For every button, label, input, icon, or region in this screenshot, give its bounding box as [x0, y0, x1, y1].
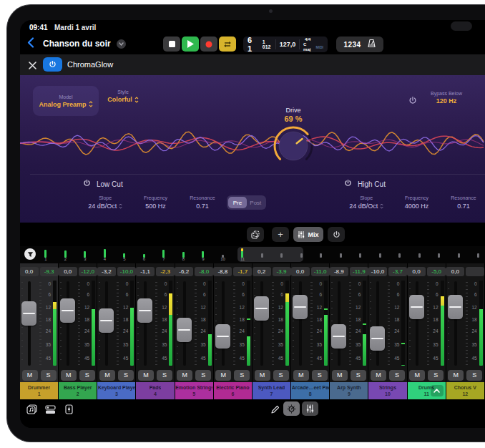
play-button[interactable] — [182, 36, 199, 52]
track-name-block[interactable]: Arcade…eet Pad8 — [291, 382, 329, 399]
post-button[interactable]: Post — [247, 197, 265, 208]
solo-button[interactable]: S — [79, 370, 95, 381]
style-selector[interactable]: Style Colorful — [96, 89, 150, 103]
solo-button[interactable]: S — [428, 370, 444, 381]
plugin-power-button[interactable] — [43, 57, 62, 72]
volume-value[interactable]: 0,0 — [59, 267, 77, 276]
fader-handle[interactable] — [448, 295, 463, 319]
fader-view-button[interactable] — [302, 401, 318, 416]
stop-button[interactable] — [163, 36, 180, 52]
mute-button[interactable]: M — [255, 370, 270, 381]
low-cut-resonance[interactable]: Resonance 0.71 — [181, 195, 225, 210]
fader-handle[interactable] — [60, 298, 75, 323]
track-name-block[interactable]: Pads4 — [136, 382, 174, 399]
mute-button[interactable]: M — [61, 370, 77, 381]
cycle-button[interactable] — [219, 36, 236, 52]
mute-button[interactable]: M — [215, 370, 231, 381]
fader-handle[interactable] — [331, 324, 346, 349]
volume-value[interactable]: -8,9 — [330, 267, 348, 276]
mute-button[interactable]: M — [332, 370, 348, 381]
filter-icon[interactable] — [24, 248, 36, 260]
mute-button[interactable]: M — [138, 370, 154, 381]
mix-view-button[interactable]: Mix — [293, 227, 323, 242]
mixer-power-icon[interactable] — [328, 227, 345, 242]
close-plugin-icon[interactable] — [29, 59, 36, 72]
solo-button[interactable]: S — [234, 370, 250, 381]
volume-value[interactable]: -3,2 — [97, 267, 116, 276]
mute-button[interactable]: M — [448, 370, 464, 381]
low-cut-power-icon[interactable] — [83, 177, 91, 190]
low-cut-frequency[interactable]: Frequency 500 Hz — [130, 195, 180, 210]
solo-button[interactable]: S — [466, 370, 482, 381]
channel-strip-icon[interactable] — [63, 404, 74, 415]
loop-browser-icon[interactable] — [26, 404, 37, 415]
fader-handle[interactable] — [254, 296, 269, 321]
track-name-block[interactable]: Arp Synth9 — [330, 382, 368, 399]
track-name-block[interactable]: Drummer1 — [20, 382, 58, 399]
track-name-block[interactable]: Synth Lead7 — [253, 382, 290, 399]
track-name-block[interactable]: Emotion Strings5 — [175, 382, 213, 399]
collapse-stack-button[interactable] — [431, 385, 444, 396]
fader-handle[interactable] — [137, 298, 152, 323]
drive-knob[interactable] — [270, 123, 316, 169]
fader-handle[interactable] — [370, 326, 385, 351]
volume-value[interactable]: 0,0 — [446, 267, 464, 276]
track-name-block[interactable]: Bass Player2 — [59, 382, 97, 399]
pre-button[interactable]: Pre — [228, 197, 246, 208]
track-name-block[interactable]: Strings10 — [368, 382, 406, 399]
volume-value[interactable]: 0,2 — [253, 267, 271, 276]
record-button[interactable] — [200, 36, 217, 52]
fader-handle[interactable] — [215, 324, 230, 349]
solo-button[interactable]: S — [389, 370, 405, 381]
mute-button[interactable]: M — [409, 370, 425, 381]
solo-button[interactable]: S — [41, 370, 57, 381]
track-overview-strip[interactable]: 1234567891011 — [20, 246, 485, 263]
high-cut-frequency[interactable]: Frequency 4000 Hz — [391, 195, 441, 210]
song-menu-chevron-icon[interactable] — [117, 39, 126, 49]
track-name-block[interactable]: Electric Piano6 — [214, 382, 252, 399]
track-stack-icon[interactable] — [44, 404, 56, 415]
track-name-block[interactable]: Chorus V12 — [446, 382, 484, 399]
add-track-button[interactable]: + — [272, 227, 289, 242]
high-cut-resonance[interactable]: Resonance 0.71 — [442, 195, 485, 210]
fader-handle[interactable] — [409, 295, 424, 319]
volume-value[interactable]: 0,0 — [20, 267, 39, 276]
mute-button[interactable]: M — [293, 370, 309, 381]
fader-handle[interactable] — [293, 295, 308, 319]
knob-view-button[interactable] — [283, 401, 300, 416]
level-control[interactable]: Level 0.0 — [475, 91, 485, 104]
volume-value[interactable]: -1,1 — [136, 267, 155, 276]
high-cut-power-icon[interactable] — [344, 177, 352, 190]
metronome-icon[interactable] — [367, 38, 376, 51]
low-cut-slope[interactable]: Slope 24 dB/Oct — [80, 195, 130, 210]
song-title[interactable]: Chanson du soir — [43, 39, 111, 49]
track-name-block[interactable]: Keyboard Player3 — [97, 382, 135, 399]
bypass-below-control[interactable]: Bypass Below 120 Hz — [419, 91, 474, 104]
volume-value[interactable]: -10,0 — [368, 267, 387, 276]
volume-value[interactable]: 0,0 — [407, 267, 426, 276]
model-selector[interactable]: Model Analog Preamp — [33, 86, 99, 116]
solo-button[interactable]: S — [195, 370, 211, 381]
pencil-icon[interactable] — [269, 404, 280, 415]
lcd-display[interactable]: 6 11 012 127,0 4/4 C maj MIDI — [243, 36, 328, 52]
volume-value[interactable]: -6,2 — [175, 267, 193, 276]
count-in-button[interactable]: 1234 — [343, 41, 361, 49]
solo-button[interactable]: S — [118, 370, 134, 381]
solo-button[interactable]: S — [273, 370, 289, 381]
mute-button[interactable]: M — [99, 370, 115, 381]
bypass-power-icon[interactable] — [408, 95, 417, 108]
duplicate-icon[interactable] — [247, 227, 264, 242]
fader-handle[interactable] — [99, 308, 114, 333]
fader-handle[interactable] — [21, 301, 36, 326]
high-cut-slope[interactable]: Slope 24 dB/Oct — [341, 195, 391, 210]
mute-button[interactable]: M — [22, 370, 38, 381]
volume-value[interactable]: -8,8 — [213, 267, 232, 276]
solo-button[interactable]: S — [312, 370, 328, 381]
solo-button[interactable]: S — [157, 370, 172, 381]
volume-value[interactable]: 0,0 — [291, 267, 310, 276]
back-button[interactable] — [27, 37, 34, 51]
mute-button[interactable]: M — [177, 370, 192, 381]
fader-handle[interactable] — [177, 318, 192, 342]
solo-button[interactable]: S — [351, 370, 366, 381]
mute-button[interactable]: M — [371, 370, 386, 381]
